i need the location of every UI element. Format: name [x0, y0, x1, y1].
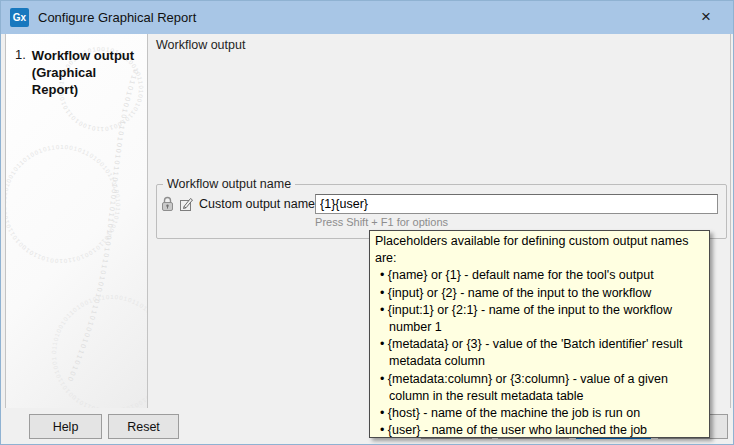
configure-graphical-report-dialog: Gx Configure Graphical Report × 01101001… [0, 0, 734, 445]
help-button[interactable]: Help [29, 414, 102, 439]
placeholders-tooltip: Placeholders available for defining cust… [369, 230, 710, 438]
custom-output-name-label: Custom output name [199, 197, 315, 211]
app-gx-icon: Gx [10, 8, 29, 27]
custom-output-name-input[interactable] [315, 194, 718, 214]
tooltip-item: {input:1} or {2:1} - name of the input t… [389, 302, 705, 336]
tooltip-item: {user} - name of the user who launched t… [389, 422, 705, 438]
step-label-line2: (Graphical Report) [32, 65, 96, 97]
wizard-steps-sidebar: 0110100101101001011010010110100101101001… [5, 34, 148, 409]
close-icon[interactable]: × [695, 6, 717, 28]
group-title: Workflow output name [163, 177, 295, 191]
panel-title: Workflow output [148, 34, 730, 52]
step-label-line1: Workflow output [32, 48, 134, 63]
step-label: Workflow output (Graphical Report) [32, 47, 143, 98]
field-label-area: Custom output name [161, 194, 315, 212]
field-input-area: Press Shift + F1 for options [315, 194, 718, 228]
tooltip-item: {host} - name of the machine the job is … [389, 405, 705, 422]
titlebar: Gx Configure Graphical Report × [1, 1, 733, 34]
tooltip-item: {metadata:column} or {3:column} - value … [389, 371, 705, 405]
step-number: 1. [15, 47, 26, 98]
custom-output-name-row: Custom output name Press Shift + F1 for … [161, 194, 718, 228]
tooltip-list: {name} or {1} - default name for the too… [375, 267, 705, 438]
edit-pencil-icon [179, 197, 194, 212]
tooltip-title: Placeholders available for defining cust… [375, 233, 705, 267]
tooltip-item: {name} or {1} - default name for the too… [389, 267, 705, 284]
window-title: Configure Graphical Report [38, 10, 196, 25]
shift-f1-hint: Press Shift + F1 for options [315, 216, 718, 228]
tooltip-item: {metadata} or {3} - value of the 'Batch … [389, 336, 705, 370]
wizard-step-workflow-output[interactable]: 1. Workflow output (Graphical Report) [6, 34, 147, 98]
tooltip-item: {input} or {2} - name of the input to th… [389, 285, 705, 302]
lock-icon [161, 196, 174, 212]
reset-button[interactable]: Reset [108, 414, 179, 439]
